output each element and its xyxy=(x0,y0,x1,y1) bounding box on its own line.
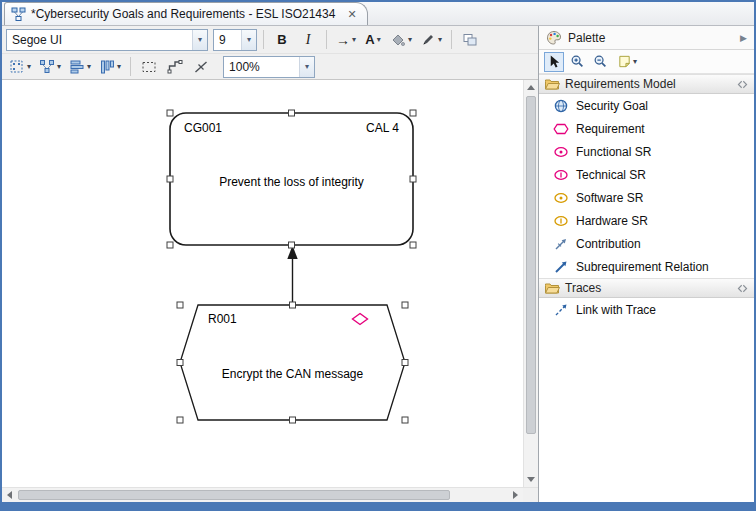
security-goal-node[interactable]: CG001 CAL 4 Prevent the loss of integrit… xyxy=(170,113,413,245)
palette-item-software-sr[interactable]: Software SR xyxy=(539,186,754,209)
palette-item-link-with-trace[interactable]: Link with Trace xyxy=(539,298,754,321)
palette-item-security-goal[interactable]: Security Goal xyxy=(539,94,754,117)
arrange-dropdown-button[interactable]: ▾ xyxy=(36,56,64,78)
scroll-down-icon[interactable] xyxy=(524,472,538,487)
italic-button[interactable]: I xyxy=(296,29,320,51)
rectilinear-router-button[interactable] xyxy=(163,56,187,78)
toolbar-separator xyxy=(326,30,327,49)
font-size-value: 9 xyxy=(214,33,241,47)
zoom-combo[interactable]: 100% ▾ xyxy=(223,56,315,78)
marquee-select-button[interactable] xyxy=(137,56,161,78)
selection-handle[interactable] xyxy=(167,242,173,248)
drawer-customize-icon[interactable] xyxy=(736,78,749,91)
palette-item-label: Subrequirement Relation xyxy=(576,260,709,274)
selection-handle[interactable] xyxy=(177,417,183,423)
selection-handle[interactable] xyxy=(290,417,296,423)
scroll-right-icon[interactable] xyxy=(508,488,523,502)
requirement-node[interactable]: R001 Encrypt the CAN message xyxy=(180,305,405,420)
selection-handle[interactable] xyxy=(289,110,295,116)
functional-sr-icon xyxy=(553,144,569,160)
font-color-label: A xyxy=(365,32,374,47)
line-color-dropdown-button[interactable]: ▾ xyxy=(417,29,445,51)
selection-handle[interactable] xyxy=(410,176,416,182)
palette-tools: ▾ xyxy=(539,50,754,74)
palette-item-technical-sr[interactable]: Technical SR xyxy=(539,163,754,186)
palette-item-subrequirement-relation[interactable]: Subrequirement Relation xyxy=(539,255,754,278)
selection-handle[interactable] xyxy=(177,360,183,366)
format-toolbar: Segoe UI ▾ 9 ▾ B I → ▾ xyxy=(2,26,538,54)
selection-handle[interactable] xyxy=(410,110,416,116)
arrow-right-icon: → xyxy=(336,33,350,47)
subrequirement-connection[interactable] xyxy=(287,246,297,307)
font-family-combo[interactable]: Segoe UI ▾ xyxy=(6,29,208,51)
link-with-trace-icon xyxy=(553,302,569,318)
bold-button[interactable]: B xyxy=(270,29,294,51)
oblique-line-icon xyxy=(193,59,209,75)
selection-handle[interactable] xyxy=(289,242,295,248)
horizontal-scrollbar-thumb[interactable] xyxy=(18,490,450,500)
font-family-value: Segoe UI xyxy=(7,33,192,47)
fill-color-dropdown-button[interactable]: ▾ xyxy=(387,29,415,51)
align-icon xyxy=(69,59,85,75)
note-icon xyxy=(617,54,632,69)
palette-collapse-icon[interactable]: ▶ xyxy=(740,33,747,43)
note-tool-dropdown[interactable]: ▾ xyxy=(613,52,641,72)
chevron-down-icon[interactable]: ▾ xyxy=(241,30,256,50)
drawer-traces[interactable]: Traces xyxy=(539,278,754,298)
palette-item-functional-sr[interactable]: Functional SR xyxy=(539,140,754,163)
selection-mode-dropdown-button[interactable]: ▾ xyxy=(6,56,34,78)
selection-handle[interactable] xyxy=(402,302,408,308)
selection-handle[interactable] xyxy=(167,176,173,182)
palette-item-contribution[interactable]: Contribution xyxy=(539,232,754,255)
zoom-out-tool[interactable] xyxy=(590,52,610,72)
palette-item-hardware-sr[interactable]: Hardware SR xyxy=(539,209,754,232)
scrollbar-corner xyxy=(523,487,538,502)
security-goal-id: CG001 xyxy=(184,121,222,135)
drawer-customize-icon[interactable] xyxy=(736,282,749,295)
horizontal-scrollbar[interactable] xyxy=(2,487,523,502)
requirement-label: Encrypt the CAN message xyxy=(222,367,364,381)
horizontal-scrollbar-row xyxy=(2,487,538,502)
scroll-left-icon[interactable] xyxy=(2,488,17,502)
drawer-requirements-model[interactable]: Requirements Model xyxy=(539,74,754,94)
selection-handle[interactable] xyxy=(177,302,183,308)
vertical-scrollbar[interactable] xyxy=(523,80,538,487)
copy-appearance-button[interactable] xyxy=(458,29,482,51)
select-tool[interactable] xyxy=(544,52,564,72)
chevron-down-icon[interactable]: ▾ xyxy=(192,30,207,50)
editor-tab[interactable]: *Cybersecurity Goals and Requirements - … xyxy=(4,2,368,25)
align-dropdown-button[interactable]: ▾ xyxy=(66,56,94,78)
zoom-in-tool[interactable] xyxy=(567,52,587,72)
selection-handle[interactable] xyxy=(290,302,296,308)
diagram-canvas[interactable]: CG001 CAL 4 Prevent the loss of integrit… xyxy=(2,80,523,487)
selection-handle[interactable] xyxy=(402,417,408,423)
chevron-down-icon[interactable]: ▾ xyxy=(299,57,314,77)
font-color-dropdown-button[interactable]: A ▾ xyxy=(361,29,385,51)
palette-item-requirement[interactable]: Requirement xyxy=(539,117,754,140)
arrow-style-dropdown-button[interactable]: → ▾ xyxy=(333,29,359,51)
selection-handle[interactable] xyxy=(402,360,408,366)
zoom-value: 100% xyxy=(224,60,299,74)
font-size-combo[interactable]: 9 ▾ xyxy=(213,29,257,51)
selection-handle[interactable] xyxy=(167,110,173,116)
selection-handle[interactable] xyxy=(410,242,416,248)
toolbar-separator xyxy=(451,30,452,49)
tab-close-icon[interactable]: ✕ xyxy=(347,8,356,21)
scroll-up-icon[interactable] xyxy=(524,80,538,95)
chevron-down-icon: ▾ xyxy=(352,35,356,44)
tab-title: *Cybersecurity Goals and Requirements - … xyxy=(31,7,335,21)
palette-item-label: Hardware SR xyxy=(576,214,648,228)
palette-header[interactable]: Palette ▶ xyxy=(539,26,754,50)
order-dropdown-button[interactable]: ▾ xyxy=(96,56,124,78)
oblique-router-button[interactable] xyxy=(189,56,213,78)
editor-area: Segoe UI ▾ 9 ▾ B I → ▾ xyxy=(2,26,538,502)
fill-color-icon xyxy=(390,32,406,48)
chevron-down-icon: ▾ xyxy=(633,57,637,66)
subrequirement-relation-icon xyxy=(553,259,569,275)
vertical-scrollbar-thumb[interactable] xyxy=(526,96,536,434)
bold-label: B xyxy=(277,32,286,47)
main-content: Segoe UI ▾ 9 ▾ B I → ▾ xyxy=(2,26,754,502)
pen-icon xyxy=(420,32,436,48)
palette-icon xyxy=(546,30,562,46)
folder-icon xyxy=(544,76,560,92)
